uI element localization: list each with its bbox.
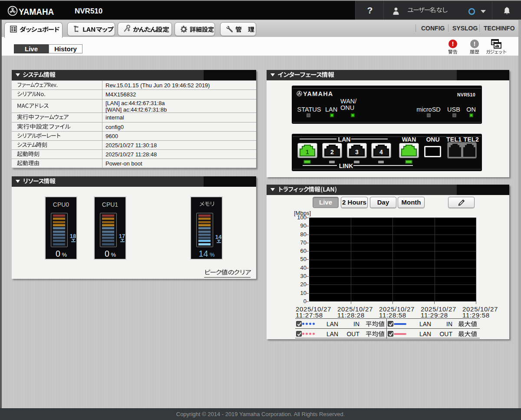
svg-text:4: 4 xyxy=(379,149,383,155)
svg-text:1: 1 xyxy=(306,149,309,155)
svg-text:3: 3 xyxy=(355,149,359,155)
svg-text:2: 2 xyxy=(330,149,334,155)
